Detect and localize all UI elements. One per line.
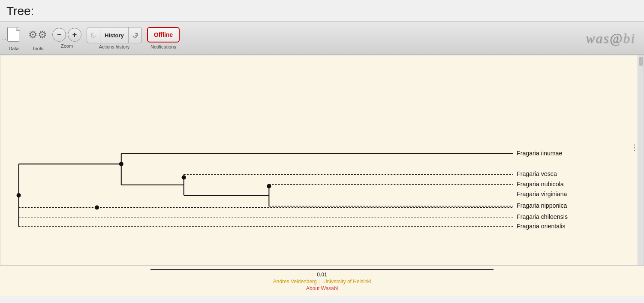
species-vesca: Fragaria vesca <box>517 171 557 178</box>
species-nipponica: Fragaria nipponica <box>517 202 567 209</box>
history-label: Actions history <box>99 44 130 49</box>
tools-section: ⚙⚙ Tools <box>28 25 47 51</box>
zoom-plus-button[interactable]: + <box>68 28 81 42</box>
history-section: History Actions history <box>87 27 142 49</box>
zoom-label: Zoom <box>61 43 73 48</box>
about-link[interactable]: About Wasabi <box>306 285 338 291</box>
side-dots[interactable] <box>634 144 635 151</box>
species-iinumae: Fragaria iinumae <box>517 150 562 157</box>
author-link[interactable]: Andres Veidenberg <box>273 279 317 285</box>
notifications-label: Notifications <box>150 44 176 49</box>
redo-icon <box>132 32 138 39</box>
scale-bar <box>150 269 494 270</box>
tree-area[interactable]: Fragaria iinumae Fragaria vesca Fragaria… <box>0 55 644 265</box>
gear-icon: ⚙⚙ <box>28 30 47 40</box>
wasabi-logo: was@bi <box>586 30 635 46</box>
data-label: Data <box>9 46 18 51</box>
offline-button[interactable]: Offline <box>147 27 180 42</box>
page-title: Tree: <box>0 0 644 21</box>
toolbar-dots: ... <box>2 36 6 41</box>
notifications-section: Offline Notifications <box>147 27 180 49</box>
university-link[interactable]: University of Helsinki <box>323 279 371 285</box>
history-controls: History <box>87 27 142 43</box>
tree-svg: Fragaria iinumae Fragaria vesca Fragaria… <box>0 55 644 265</box>
species-chiloensis: Fragaria chiloensis <box>517 213 568 220</box>
scrollbar-handle[interactable] <box>639 57 643 66</box>
footer: 0.01 Andres Veidenberg | University of H… <box>0 265 644 296</box>
history-forward-button[interactable] <box>129 27 141 43</box>
history-button[interactable]: History <box>100 27 129 43</box>
data-button[interactable] <box>4 25 23 44</box>
tools-label: Tools <box>32 46 43 51</box>
toolbar: ... Data ⚙⚙ Tools − + Zoom <box>0 21 644 55</box>
species-nubicola: Fragaria nubicola <box>517 181 564 188</box>
undo-icon <box>90 32 97 39</box>
data-section: Data <box>4 25 23 51</box>
history-back-button[interactable] <box>87 27 100 43</box>
zoom-minus-button[interactable]: − <box>52 28 66 42</box>
species-virginiana: Fragaria virginiana <box>517 191 567 197</box>
zoom-section: − + Zoom <box>52 28 81 48</box>
species-orientalis: Fragaria orientalis <box>517 223 565 230</box>
footer-separator: | <box>319 279 321 285</box>
tree-scrollbar[interactable] <box>638 55 644 265</box>
tools-button[interactable]: ⚙⚙ <box>28 25 47 44</box>
footer-links: Andres Veidenberg | University of Helsin… <box>0 279 644 285</box>
scale-value: 0.01 <box>317 272 327 278</box>
